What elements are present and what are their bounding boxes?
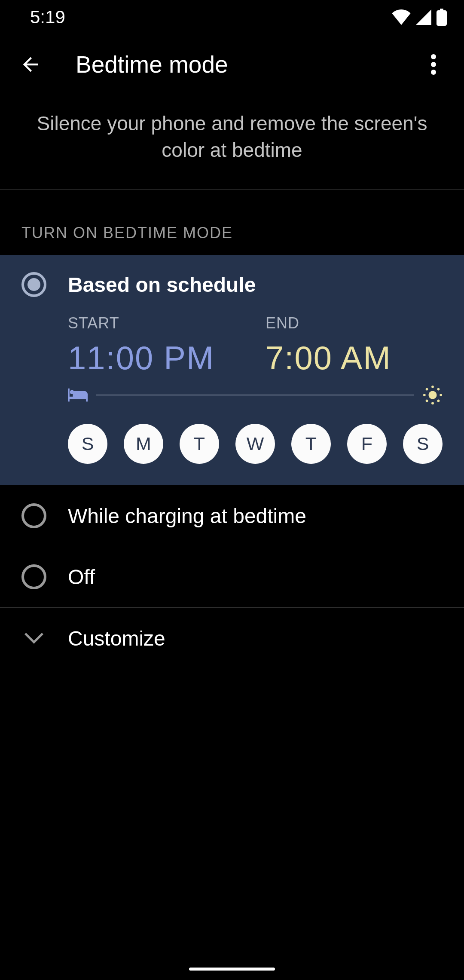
charging-radio-label: While charging at bedtime — [68, 504, 306, 528]
svg-point-6 — [423, 394, 426, 396]
day-monday[interactable]: M — [124, 424, 163, 464]
svg-point-4 — [431, 386, 434, 388]
day-wednesday[interactable]: W — [235, 424, 275, 464]
svg-point-1 — [431, 62, 436, 67]
day-saturday[interactable]: S — [403, 424, 443, 464]
start-time-value: 11:00 PM — [68, 339, 266, 377]
svg-point-11 — [437, 400, 440, 402]
radio-selected-dot — [27, 278, 40, 291]
svg-point-9 — [437, 388, 440, 391]
cellular-icon — [416, 9, 431, 25]
app-bar: Bedtime mode — [0, 34, 464, 95]
schedule-radio[interactable] — [21, 272, 46, 297]
page-description: Silence your phone and remove the screen… — [0, 95, 464, 189]
svg-point-10 — [426, 400, 428, 402]
svg-point-2 — [431, 70, 436, 75]
svg-point-5 — [431, 402, 434, 404]
chevron-down-icon — [24, 632, 43, 644]
schedule-radio-row: Based on schedule — [21, 272, 443, 297]
day-sunday[interactable]: S — [68, 424, 107, 464]
customize-row[interactable]: Customize — [0, 608, 464, 669]
off-radio-label: Off — [68, 565, 95, 589]
bed-icon — [68, 388, 88, 402]
chevron-container — [21, 626, 46, 651]
off-option-row[interactable]: Off — [0, 546, 464, 607]
svg-point-3 — [428, 391, 437, 399]
start-time-column[interactable]: START 11:00 PM — [68, 314, 266, 377]
section-header: TURN ON BEDTIME MODE — [0, 190, 464, 255]
svg-point-7 — [440, 394, 442, 396]
svg-point-0 — [431, 54, 436, 59]
day-thursday[interactable]: T — [291, 424, 331, 464]
status-icons — [392, 9, 447, 26]
end-time-column[interactable]: END 7:00 AM — [266, 314, 443, 377]
status-time: 5:19 — [30, 7, 65, 28]
day-tuesday[interactable]: T — [180, 424, 219, 464]
day-friday[interactable]: F — [347, 424, 387, 464]
off-radio[interactable] — [21, 564, 46, 589]
customize-label: Customize — [68, 627, 165, 650]
status-bar: 5:19 — [0, 0, 464, 34]
charging-radio[interactable] — [21, 503, 46, 528]
start-label: START — [68, 314, 266, 332]
more-options-button[interactable] — [414, 45, 453, 84]
wifi-icon — [392, 9, 411, 25]
timeline-line — [96, 395, 414, 395]
page-title: Bedtime mode — [76, 51, 414, 78]
time-section: START 11:00 PM END 7:00 AM — [68, 314, 443, 377]
more-vert-icon — [431, 54, 436, 75]
sun-icon — [423, 385, 443, 405]
end-time-value: 7:00 AM — [266, 339, 443, 377]
schedule-option-card[interactable]: Based on schedule START 11:00 PM END 7:0… — [0, 255, 464, 485]
charging-option-row[interactable]: While charging at bedtime — [0, 485, 464, 546]
back-arrow-icon — [19, 53, 42, 76]
schedule-radio-label: Based on schedule — [68, 273, 256, 297]
nav-bar-handle[interactable] — [189, 968, 275, 971]
back-button[interactable] — [11, 45, 50, 84]
end-label: END — [266, 314, 443, 332]
timeline — [68, 385, 443, 405]
svg-point-8 — [426, 388, 428, 391]
days-row: S M T W T F S — [68, 424, 443, 464]
battery-icon — [437, 9, 447, 26]
